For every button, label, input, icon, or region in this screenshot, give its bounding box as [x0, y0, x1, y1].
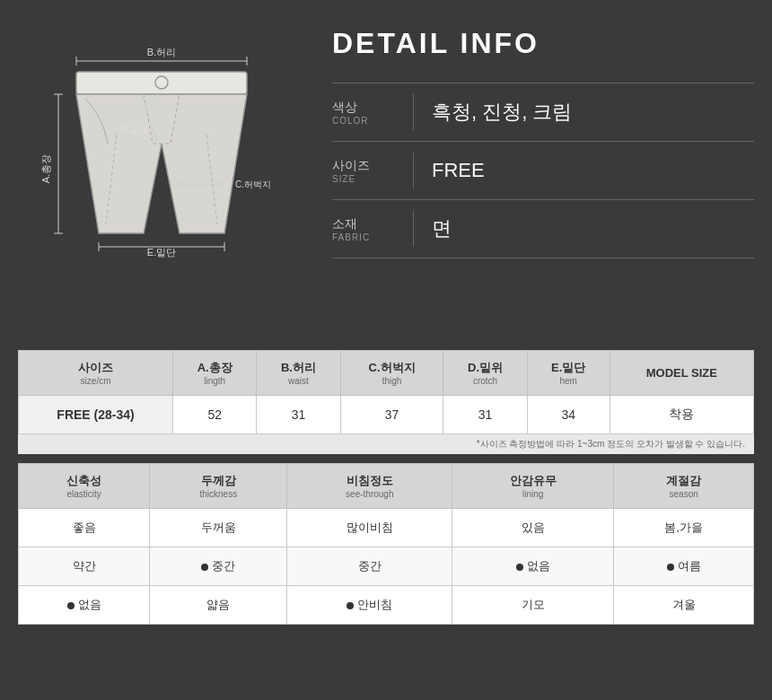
size-note: *사이즈 측정방법에 따라 1~3cm 정도의 오차가 발생할 수 있습니다. — [18, 434, 754, 454]
info-panel: DETAIL INFO 색상 COLOR 흑청, 진청, 크림 사이즈 SIZE — [332, 27, 754, 332]
cell-c: 37 — [340, 396, 443, 434]
cell-e: 34 — [527, 396, 610, 434]
col-c: C.허벅지 thigh — [340, 351, 443, 396]
svg-text:B.허리: B.허리 — [147, 47, 176, 57]
info-table: 색상 COLOR 흑청, 진청, 크림 사이즈 SIZE FREE — [332, 83, 754, 258]
col-season: 계절감 season — [614, 464, 754, 509]
color-value: 흑청, 진청, 크림 — [432, 99, 572, 126]
size-table: 사이즈 size/cm A.총장 lingth B.허리 waist C.허벅지… — [18, 350, 754, 434]
dot-indicator — [347, 602, 354, 609]
svg-rect-0 — [76, 72, 247, 94]
size-label: 사이즈 SIZE — [332, 158, 413, 184]
color-separator — [413, 94, 414, 130]
main-container: B.허리 A.총장 D.밑위 C.허벅지 — [0, 0, 772, 643]
fabric-value: 면 — [432, 215, 452, 242]
detail-info-title: DETAIL INFO — [332, 27, 754, 60]
svg-text:A.총장: A.총장 — [40, 154, 51, 183]
diagram-area: B.허리 A.총장 D.밑위 C.허벅지 — [18, 27, 305, 332]
col-thickness: 두께감 thickness — [150, 464, 287, 509]
dot-indicator — [67, 602, 75, 609]
svg-text:D.밑위: D.밑위 — [121, 125, 148, 135]
size-separator — [413, 153, 414, 188]
fabric-table-row: 좋음두꺼움많이비침있음봄,가을 — [19, 509, 754, 547]
fabric-separator — [413, 211, 414, 247]
fabric-table-row: 없음얇음안비침기모겨울 — [19, 586, 754, 625]
cell-d: 31 — [443, 396, 527, 434]
color-row: 색상 COLOR 흑청, 진청, 크림 — [332, 83, 754, 142]
fabric-row: 소재 FABRIC 면 — [332, 200, 754, 258]
col-a: A.총장 lingth — [173, 351, 257, 396]
col-model: MODEL SIZE — [610, 351, 753, 396]
col-d: D.밑위 crotch — [443, 351, 527, 396]
col-e: E.밑단 hem — [527, 351, 610, 396]
fabric-table: 신축성 elasticity 두께감 thickness 비침정도 see-th… — [18, 463, 754, 625]
col-see-through: 비침정도 see-through — [287, 464, 452, 509]
cell-a: 52 — [173, 396, 257, 434]
col-size: 사이즈 size/cm — [19, 351, 173, 396]
diagram-svg-container: B.허리 A.총장 D.밑위 C.허벅지 — [27, 27, 296, 332]
dot-indicator — [667, 564, 674, 571]
fabric-table-wrapper: 신축성 elasticity 두께감 thickness 비침정도 see-th… — [18, 463, 754, 625]
fabric-table-row: 약간중간중간없음여름 — [19, 547, 754, 586]
dot-indicator — [516, 564, 523, 571]
col-b: B.허리 waist — [257, 351, 340, 396]
fabric-label: 소재 FABRIC — [332, 216, 413, 242]
col-lining: 안감유무 lining — [452, 464, 614, 509]
cell-size: FREE (28-34) — [19, 396, 173, 434]
cell-model: 착용 — [610, 396, 753, 434]
svg-text:E.밑단: E.밑단 — [147, 247, 176, 258]
size-value: FREE — [432, 159, 485, 182]
size-table-wrapper: 사이즈 size/cm A.총장 lingth B.허리 waist C.허벅지… — [18, 350, 754, 454]
dot-indicator — [201, 564, 208, 571]
top-section: B.허리 A.총장 D.밑위 C.허벅지 — [18, 27, 754, 332]
size-row: 사이즈 SIZE FREE — [332, 142, 754, 200]
svg-text:C.허벅지: C.허벅지 — [235, 179, 271, 189]
table-row: FREE (28-34) 52 31 37 31 34 착용 — [19, 396, 754, 434]
size-table-header-row: 사이즈 size/cm A.총장 lingth B.허리 waist C.허벅지… — [19, 351, 754, 396]
fabric-table-header-row: 신축성 elasticity 두께감 thickness 비침정도 see-th… — [19, 464, 754, 509]
color-label: 색상 COLOR — [332, 100, 413, 126]
col-elasticity: 신축성 elasticity — [19, 464, 150, 509]
diagram-svg: B.허리 A.총장 D.밑위 C.허벅지 — [27, 27, 296, 332]
cell-b: 31 — [257, 396, 340, 434]
